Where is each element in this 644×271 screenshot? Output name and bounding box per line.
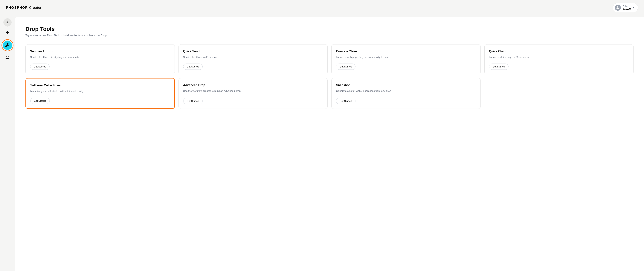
page-subtitle: Try a standalone Drop Tool to build an A… bbox=[26, 34, 634, 37]
tool-card-desc-quick-claim: Launch a claim page in 60 seconds bbox=[489, 55, 629, 59]
tool-card-desc-snapshot: Generate a list of wallet addresses from… bbox=[336, 89, 476, 93]
tool-card-desc-quick-send: Send collectibles in 60 seconds bbox=[183, 55, 323, 59]
sidebar: + bbox=[0, 15, 15, 271]
tool-card-title-snapshot: Snapshot bbox=[336, 83, 476, 87]
tool-card-advanced-drop[interactable]: Advanced DropUse the workflow creator to… bbox=[178, 78, 328, 109]
header: PHOSPHOR Creator Balance: $10.00 ▼ bbox=[0, 0, 644, 15]
chevron-down-icon: ▼ bbox=[632, 6, 635, 9]
logo-brand: PHOSPHOR bbox=[6, 6, 28, 10]
page-title: Drop Tools bbox=[26, 26, 634, 32]
tool-card-desc-create-claim: Launch a web page for your community to … bbox=[336, 55, 476, 59]
get-started-btn-send-airdrop[interactable]: Get Started bbox=[30, 63, 50, 70]
sidebar-item-community[interactable] bbox=[4, 54, 11, 61]
main-layout: + Drop Tools Try a st bbox=[0, 15, 644, 271]
tool-card-desc-send-airdrop: Send collectibles directly to your commu… bbox=[30, 55, 170, 59]
get-started-btn-quick-send[interactable]: Get Started bbox=[183, 63, 203, 70]
tool-card-empty bbox=[484, 78, 634, 109]
sidebar-item-home[interactable] bbox=[4, 29, 11, 36]
tool-card-quick-send[interactable]: Quick SendSend collectibles in 60 second… bbox=[178, 44, 328, 74]
tool-card-title-create-claim: Create a Claim bbox=[336, 50, 476, 53]
get-started-btn-sell-collectibles[interactable]: Get Started bbox=[30, 98, 50, 104]
create-button[interactable]: + bbox=[3, 18, 12, 26]
balance-label: Balance: bbox=[623, 5, 631, 7]
get-started-btn-quick-claim[interactable]: Get Started bbox=[489, 63, 508, 70]
tool-card-title-quick-send: Quick Send bbox=[183, 50, 323, 53]
tools-active-bg bbox=[3, 40, 12, 50]
content-area: Drop Tools Try a standalone Drop Tool to… bbox=[15, 17, 644, 271]
tool-card-create-claim[interactable]: Create a ClaimLaunch a web page for your… bbox=[331, 44, 481, 74]
tool-card-title-advanced-drop: Advanced Drop bbox=[183, 83, 323, 87]
sidebar-item-tools[interactable] bbox=[2, 39, 14, 51]
balance-widget[interactable]: Balance: $10.00 ▼ bbox=[613, 3, 638, 12]
logo: PHOSPHOR Creator bbox=[6, 6, 42, 10]
tools-grid: Send an AirdropSend collectibles directl… bbox=[26, 44, 634, 109]
tool-card-send-airdrop[interactable]: Send an AirdropSend collectibles directl… bbox=[26, 44, 175, 74]
get-started-btn-advanced-drop[interactable]: Get Started bbox=[183, 98, 203, 104]
tool-card-snapshot[interactable]: SnapshotGenerate a list of wallet addres… bbox=[331, 78, 481, 109]
tool-card-quick-claim[interactable]: Quick ClaimLaunch a claim page in 60 sec… bbox=[484, 44, 634, 74]
wrench-icon bbox=[5, 43, 10, 48]
tools-active-ring bbox=[2, 39, 14, 51]
tool-card-title-send-airdrop: Send an Airdrop bbox=[30, 50, 170, 53]
get-started-btn-snapshot[interactable]: Get Started bbox=[336, 98, 356, 104]
tool-card-sell-collectibles[interactable]: Sell Your CollectiblesMonetize your coll… bbox=[26, 78, 175, 109]
tool-card-desc-advanced-drop: Use the workflow creator to build an adv… bbox=[183, 89, 323, 93]
avatar bbox=[615, 5, 621, 11]
tool-card-desc-sell-collectibles: Monetize your collectibles with addition… bbox=[30, 89, 170, 93]
tool-card-title-sell-collectibles: Sell Your Collectibles bbox=[30, 84, 170, 87]
balance-info: Balance: $10.00 bbox=[623, 5, 631, 10]
logo-product: Creator bbox=[29, 6, 41, 10]
balance-amount: $10.00 bbox=[623, 7, 631, 10]
tool-card-title-quick-claim: Quick Claim bbox=[489, 50, 629, 53]
get-started-btn-create-claim[interactable]: Get Started bbox=[336, 63, 356, 70]
